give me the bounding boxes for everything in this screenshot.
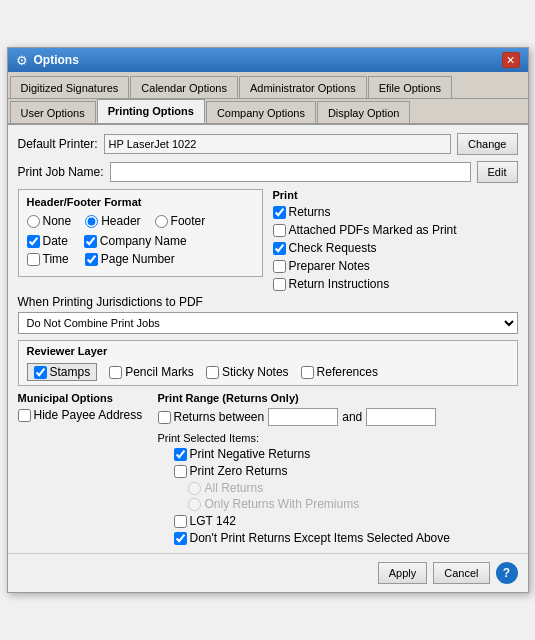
radio-header[interactable]: Header <box>85 214 140 228</box>
check-page-number-input[interactable] <box>85 253 98 266</box>
check-check-requests-label: Check Requests <box>289 241 377 255</box>
print-job-name-row: Print Job Name: Edit <box>18 161 518 183</box>
check-dont-print[interactable]: Don't Print Returns Except Items Selecte… <box>158 531 518 545</box>
check-attached-pdfs-input[interactable] <box>273 224 286 237</box>
close-button[interactable]: ✕ <box>502 52 520 68</box>
check-company-name-label: Company Name <box>100 234 187 248</box>
help-button[interactable]: ? <box>496 562 518 584</box>
check-sticky-notes[interactable]: Sticky Notes <box>206 365 289 379</box>
check-stamps[interactable]: Stamps <box>27 363 98 381</box>
check-preparer-notes-input[interactable] <box>273 260 286 273</box>
radio-header-input[interactable] <box>85 215 98 228</box>
default-printer-input[interactable] <box>104 134 451 154</box>
check-stamps-input[interactable] <box>34 366 47 379</box>
check-hide-payee-label: Hide Payee Address <box>34 408 143 422</box>
tab-display-option[interactable]: Display Option <box>317 101 411 123</box>
check-check-requests[interactable]: Check Requests <box>273 241 518 255</box>
window-title: Options <box>34 53 79 67</box>
check-print-negative[interactable]: Print Negative Returns <box>158 447 518 461</box>
radio-only-returns-input <box>188 498 201 511</box>
print-range-section: Print Range (Returns Only) Returns betwe… <box>158 392 518 545</box>
jurisdiction-label: When Printing Jurisdictions to PDF <box>18 295 518 309</box>
tab-digitized-signatures[interactable]: Digitized Signatures <box>10 76 130 98</box>
radio-footer-input[interactable] <box>155 215 168 228</box>
check-attached-pdfs-label: Attached PDFs Marked as Print <box>289 223 457 237</box>
check-returns-between-input[interactable] <box>158 411 171 424</box>
check-references-input[interactable] <box>301 366 314 379</box>
check-time[interactable]: Time <box>27 252 69 266</box>
radio-none-input[interactable] <box>27 215 40 228</box>
title-bar: ⚙ Options ✕ <box>8 48 528 72</box>
check-return-instructions-input[interactable] <box>273 278 286 291</box>
print-section: Print Returns Attached PDFs Marked as Pr… <box>273 189 518 295</box>
radio-all-returns-input <box>188 482 201 495</box>
print-job-name-label: Print Job Name: <box>18 165 104 179</box>
tab-calendar-options[interactable]: Calendar Options <box>130 76 238 98</box>
radio-only-returns-label: Only Returns With Premiums <box>205 497 360 511</box>
check-date[interactable]: Date <box>27 234 68 248</box>
check-return-instructions[interactable]: Return Instructions <box>273 277 518 291</box>
and-label: and <box>342 410 362 424</box>
check-date-input[interactable] <box>27 235 40 248</box>
check-lgt142-label: LGT 142 <box>190 514 236 528</box>
print-selected-label: Print Selected Items: <box>158 432 518 444</box>
window-icon: ⚙ <box>16 53 28 68</box>
municipal-title: Municipal Options <box>18 392 148 404</box>
check-page-number-label: Page Number <box>101 252 175 266</box>
check-returns-input[interactable] <box>273 206 286 219</box>
reviewer-layer-row: Stamps Pencil Marks Sticky Notes Referen… <box>27 363 509 381</box>
check-lgt142[interactable]: LGT 142 <box>158 514 518 528</box>
check-time-label: Time <box>43 252 69 266</box>
check-references[interactable]: References <box>301 365 378 379</box>
header-footer-radio-group: None Header Footer <box>27 214 254 228</box>
check-print-zero-input[interactable] <box>174 465 187 478</box>
returns-from-input[interactable] <box>268 408 338 426</box>
check-company-name-input[interactable] <box>84 235 97 248</box>
check-returns[interactable]: Returns <box>273 205 518 219</box>
check-references-label: References <box>317 365 378 379</box>
check-time-input[interactable] <box>27 253 40 266</box>
radio-none[interactable]: None <box>27 214 72 228</box>
tab-user-options[interactable]: User Options <box>10 101 96 123</box>
check-hide-payee-input[interactable] <box>18 409 31 422</box>
check-attached-pdfs[interactable]: Attached PDFs Marked as Print <box>273 223 518 237</box>
hf-checks-row2: Time Page Number <box>27 252 254 266</box>
tab-administrator-options[interactable]: Administrator Options <box>239 76 367 98</box>
check-dont-print-label: Don't Print Returns Except Items Selecte… <box>190 531 450 545</box>
tab-company-options[interactable]: Company Options <box>206 101 316 123</box>
check-print-zero[interactable]: Print Zero Returns <box>158 464 518 478</box>
check-pencil-marks[interactable]: Pencil Marks <box>109 365 194 379</box>
check-sticky-notes-input[interactable] <box>206 366 219 379</box>
check-dont-print-input[interactable] <box>174 532 187 545</box>
apply-button[interactable]: Apply <box>378 562 428 584</box>
header-footer-section: Header/Footer Format None Header Foot <box>18 189 263 295</box>
print-range-title: Print Range (Returns Only) <box>158 392 518 404</box>
default-printer-label: Default Printer: <box>18 137 98 151</box>
print-section-title: Print <box>273 189 518 201</box>
check-lgt142-input[interactable] <box>174 515 187 528</box>
returns-to-input[interactable] <box>366 408 436 426</box>
radio-all-returns-label: All Returns <box>205 481 264 495</box>
radio-footer[interactable]: Footer <box>155 214 206 228</box>
tab-container: Digitized Signatures Calendar Options Ad… <box>8 72 528 125</box>
change-button[interactable]: Change <box>457 133 518 155</box>
radio-footer-label: Footer <box>171 214 206 228</box>
print-job-name-input[interactable] <box>110 162 471 182</box>
hf-checks-row1: Date Company Name <box>27 234 254 248</box>
edit-button[interactable]: Edit <box>477 161 518 183</box>
check-sticky-notes-label: Sticky Notes <box>222 365 289 379</box>
tab-printing-options[interactable]: Printing Options <box>97 99 205 123</box>
check-check-requests-input[interactable] <box>273 242 286 255</box>
tab-efile-options[interactable]: Efile Options <box>368 76 452 98</box>
jurisdiction-dropdown[interactable]: Do Not Combine Print Jobs Combine Print … <box>18 312 518 334</box>
municipal-section: Municipal Options Hide Payee Address <box>18 392 148 545</box>
check-pencil-marks-input[interactable] <box>109 366 122 379</box>
check-company-name[interactable]: Company Name <box>84 234 187 248</box>
check-print-negative-input[interactable] <box>174 448 187 461</box>
check-preparer-notes[interactable]: Preparer Notes <box>273 259 518 273</box>
cancel-button[interactable]: Cancel <box>433 562 489 584</box>
radio-all-returns-row: All Returns <box>158 481 518 495</box>
check-returns-between[interactable]: Returns between <box>158 410 265 424</box>
check-page-number[interactable]: Page Number <box>85 252 175 266</box>
check-hide-payee[interactable]: Hide Payee Address <box>18 408 148 422</box>
